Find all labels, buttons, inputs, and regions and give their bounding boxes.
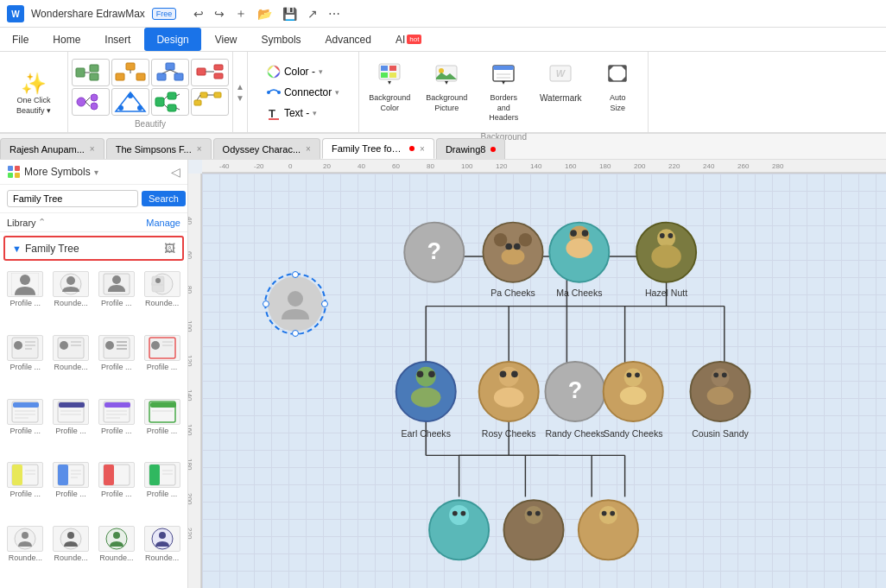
symbol-item-17[interactable]: Rounde... xyxy=(3,522,47,585)
svg-point-129 xyxy=(67,532,74,539)
menu-symbols[interactable]: Symbols xyxy=(250,28,313,51)
canvas-content[interactable]: ? Pa Cheeks Ma Cheeks xyxy=(202,174,886,588)
symbol-item-1[interactable]: Profile ... xyxy=(3,268,47,330)
menu-insert[interactable]: Insert xyxy=(92,28,142,51)
symbol-item-11[interactable]: Profile ... xyxy=(95,395,139,458)
symbol-item-5[interactable]: Profile ... xyxy=(3,332,47,394)
symbol-item-12[interactable]: Profile ... xyxy=(140,395,184,458)
symbol-item-13[interactable]: Profile ... xyxy=(3,458,47,521)
new-button[interactable]: ＋ xyxy=(231,4,250,23)
menu-ai[interactable]: AI hot xyxy=(383,28,434,51)
svg-rect-104 xyxy=(104,402,130,408)
symbol-item-7[interactable]: Profile ... xyxy=(95,332,139,394)
family-tree-item[interactable]: ▼ Family Tree 🖼 xyxy=(3,236,184,261)
symbol-item-16[interactable]: Profile ... xyxy=(140,458,184,521)
symbol-label-2: Rounde... xyxy=(54,299,88,307)
manage-link[interactable]: Manage xyxy=(146,218,180,228)
tab-close-simpsons[interactable]: × xyxy=(197,144,202,154)
svg-text:-40: -40 xyxy=(219,162,230,170)
tab-odyssey[interactable]: Odyssey Charac... × xyxy=(213,138,320,159)
color-option-row[interactable]: Color - ▾ xyxy=(263,63,343,80)
redo-button[interactable]: ↪ xyxy=(211,4,228,23)
beautify-btn-2[interactable] xyxy=(111,59,149,86)
symbol-item-8[interactable]: Profile ... xyxy=(140,332,184,394)
symbol-item-3[interactable]: Profile ... xyxy=(95,268,139,330)
tab-rajesh[interactable]: Rajesh Anupam... × xyxy=(0,138,104,159)
expand-up-button[interactable]: ▲ xyxy=(235,81,245,92)
symbol-label-16: Profile ... xyxy=(147,490,178,498)
svg-rect-31 xyxy=(168,92,176,99)
connector-option-row[interactable]: Connector ▾ xyxy=(263,84,343,101)
open-button[interactable]: 📂 xyxy=(254,4,275,23)
beautify-btn-1[interactable] xyxy=(72,59,110,86)
beautify-btn-8[interactable] xyxy=(191,88,229,116)
tab-label-family-tree: Family Tree for ... xyxy=(332,143,404,154)
menu-home[interactable]: Home xyxy=(41,28,92,51)
undo-button[interactable]: ↩ xyxy=(190,4,207,23)
one-click-beautify-button[interactable]: ✨ One ClickBeautify ▾ xyxy=(3,66,64,121)
borders-headers-button[interactable]: ▾ Borders andHeaders xyxy=(477,59,530,127)
menu-file[interactable]: File xyxy=(0,28,41,51)
library-expand-icon: ⌃ xyxy=(38,217,46,228)
tab-simpsons[interactable]: The Simpsons F... × xyxy=(106,138,212,159)
watermark-button[interactable]: W Watermark xyxy=(534,59,587,106)
svg-point-189 xyxy=(505,243,512,250)
menu-advanced[interactable]: Advanced xyxy=(313,28,383,51)
svg-rect-65 xyxy=(15,173,20,178)
svg-text:Cousin Sandy: Cousin Sandy xyxy=(692,428,749,439)
tab-close-rajesh[interactable]: × xyxy=(90,144,95,154)
symbol-item-2[interactable]: Rounde... xyxy=(49,268,93,330)
symbol-item-20[interactable]: Rounde... xyxy=(140,522,184,585)
tab-drawing8[interactable]: Drawing8 xyxy=(436,138,505,159)
svg-rect-123 xyxy=(149,465,160,485)
symbol-item-14[interactable]: Profile ... xyxy=(49,458,93,521)
background-picture-button[interactable]: ▾ BackgroundPicture xyxy=(420,59,473,117)
svg-point-66 xyxy=(20,275,30,285)
share-button[interactable]: ↗ xyxy=(304,4,321,23)
symbol-item-6[interactable]: Rounde... xyxy=(49,332,93,394)
beautify-btn-6[interactable] xyxy=(111,88,149,116)
svg-point-25 xyxy=(128,93,133,98)
svg-point-196 xyxy=(566,238,592,258)
svg-text:120: 120 xyxy=(496,162,508,170)
symbol-label-3: Profile ... xyxy=(101,299,132,307)
search-button[interactable]: Search xyxy=(142,191,186,206)
beautify-btn-4[interactable] xyxy=(191,59,229,86)
tab-close-family-tree[interactable]: × xyxy=(420,144,425,154)
menu-design[interactable]: Design xyxy=(144,28,200,51)
svg-point-229 xyxy=(707,387,734,405)
symbol-item-4[interactable]: Rounde... xyxy=(140,268,184,330)
expand-down-button[interactable]: ▼ xyxy=(235,92,245,104)
save-button[interactable]: 💾 xyxy=(279,4,301,23)
more-button[interactable]: ⋯ xyxy=(325,4,344,23)
symbol-icon-7 xyxy=(98,335,135,361)
symbol-item-18[interactable]: Rounde... xyxy=(49,522,93,585)
tab-label-simpsons: The Simpsons F... xyxy=(116,144,192,155)
beautify-btn-7[interactable] xyxy=(151,88,189,116)
sidebar-collapse-button[interactable]: ◁ xyxy=(171,165,180,179)
tab-close-odyssey[interactable]: × xyxy=(306,144,311,154)
symbol-item-10[interactable]: Profile ... xyxy=(49,395,93,458)
symbol-item-15[interactable]: Profile ... xyxy=(95,458,139,521)
canvas-area[interactable]: -40 -20 0 20 40 60 80 100 120 140 160 18… xyxy=(188,160,886,588)
svg-text:Pa Cheeks: Pa Cheeks xyxy=(490,288,535,298)
beautify-btn-5[interactable] xyxy=(72,88,110,116)
svg-text:Randy Cheeks: Randy Cheeks xyxy=(545,428,604,439)
search-input[interactable] xyxy=(7,190,138,207)
svg-text:?: ? xyxy=(427,238,441,264)
symbol-icon-10 xyxy=(53,399,89,425)
beautify-btn-3[interactable] xyxy=(151,59,189,86)
tab-family-tree[interactable]: Family Tree for ... × xyxy=(322,138,434,159)
symbol-icon-6 xyxy=(53,335,89,361)
symbol-item-9[interactable]: Profile ... xyxy=(3,395,47,458)
svg-text:Earl Cheeks: Earl Cheeks xyxy=(401,428,450,439)
text-option-row[interactable]: T Text - ▾ xyxy=(263,104,343,122)
background-color-button[interactable]: ▾ BackgroundColor xyxy=(363,59,416,117)
family-tree-image-icon: 🖼 xyxy=(164,242,175,255)
tab-label-drawing8: Drawing8 xyxy=(446,144,485,155)
symbol-item-19[interactable]: Rounde... xyxy=(95,522,139,585)
menu-view[interactable]: View xyxy=(203,28,250,51)
symbol-icon-9 xyxy=(7,399,43,425)
borders-headers-icon: ▾ xyxy=(491,62,516,92)
auto-size-button[interactable]: AutoSize xyxy=(591,59,644,117)
